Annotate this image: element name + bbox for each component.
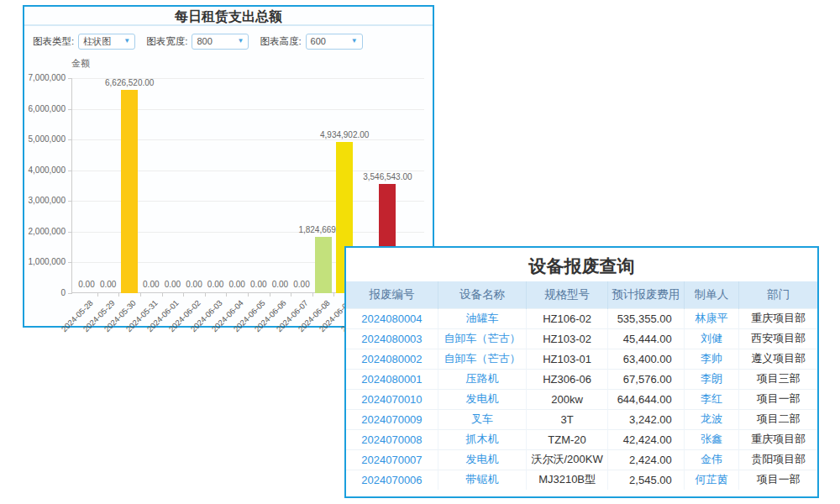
table-row: 2024080003自卸车（芒古）HZ103-0245,444.00刘健西安项目…	[346, 328, 817, 349]
scrap-id-link[interactable]: 2024070006	[346, 470, 438, 490]
spec-model-column-header: 规格型号	[527, 281, 607, 308]
spec-model-cell: 沃尔沃/200KW	[527, 449, 607, 470]
creator-link[interactable]: 李朗	[684, 369, 739, 389]
y-axis-tick	[68, 139, 72, 140]
chart-type-value: 柱状图	[83, 35, 111, 48]
chart-type-select[interactable]: 柱状图 ▼	[78, 34, 135, 50]
x-axis-tick	[140, 293, 141, 297]
estimated-cost-cell: 535,355.00	[607, 308, 684, 328]
estimated-cost-cell: 2,545.00	[607, 470, 684, 490]
estimated-cost-column-header: 预计报废费用	[607, 281, 684, 308]
chart-width-select[interactable]: 800 ▼	[192, 34, 249, 50]
y-axis-tick	[68, 201, 72, 202]
department-cell: 项目三部	[739, 369, 817, 389]
equipment-name-link[interactable]: 油罐车	[438, 308, 526, 328]
x-axis-tick	[270, 293, 270, 297]
bar-value-label: 3,546,543.00	[349, 172, 425, 181]
y-axis-tick	[68, 232, 72, 233]
equipment-name-link[interactable]: 发电机	[438, 389, 526, 409]
estimated-cost-cell: 67,576.00	[607, 369, 684, 389]
creator-link[interactable]: 何芷茵	[684, 470, 739, 490]
scrap-id-link[interactable]: 2024070010	[346, 389, 438, 409]
x-axis-tick	[312, 293, 313, 297]
estimated-cost-cell: 42,424.00	[607, 429, 684, 449]
scrap-id-link[interactable]: 2024070008	[346, 429, 438, 449]
department-cell: 贵阳项目部	[739, 449, 817, 470]
equipment-name-link[interactable]: 叉车	[438, 409, 526, 429]
estimated-cost-cell: 2,424.00	[607, 449, 684, 470]
x-axis-tick	[333, 293, 334, 297]
x-axis-tick	[118, 293, 119, 297]
chevron-down-icon: ▼	[237, 38, 244, 45]
creator-link[interactable]: 李红	[684, 389, 739, 409]
table-panel-title: 设备报废查询	[346, 248, 817, 281]
equipment-name-column-header: 设备名称	[438, 281, 526, 308]
scrap-id-link[interactable]: 2024080002	[346, 349, 438, 369]
chart-type-label: 图表类型:	[33, 35, 74, 48]
table-row: 2024080004油罐车HZ106-02535,355.00林康平重庆项目部	[346, 308, 817, 328]
chart-type-group: 图表类型: 柱状图 ▼	[33, 34, 135, 50]
y-axis-tick-label: 4,000,000	[13, 165, 66, 175]
equipment-name-link[interactable]: 抓木机	[438, 429, 526, 449]
creator-link[interactable]: 龙波	[684, 409, 739, 429]
x-axis-tick	[205, 293, 206, 297]
table-row: 2024080002自卸车（芒古）HZ103-0163,400.00李帅遵义项目…	[346, 349, 817, 369]
chart-width-group: 图表宽度: 800 ▼	[146, 34, 249, 50]
bar-value-label: 6,626,520.00	[92, 78, 167, 87]
estimated-cost-cell: 3,242.00	[607, 409, 684, 429]
x-axis-tick	[183, 293, 184, 297]
spec-model-cell: 3T	[527, 409, 607, 429]
creator-link[interactable]: 林康平	[684, 308, 739, 328]
chart-height-select[interactable]: 600 ▼	[306, 34, 363, 50]
y-axis-tick-label: 7,000,000	[13, 73, 66, 82]
equipment-name-link[interactable]: 发电机	[438, 449, 526, 470]
equipment-scrap-query-panel: 设备报废查询 报废编号设备名称规格型号预计报废费用制单人部门 202408000…	[344, 246, 819, 498]
table-row: 2024080001压路机HZ306-0667,576.00李朗项目三部	[346, 369, 817, 389]
department-cell: 项目二部	[739, 409, 817, 429]
spec-model-cell: HZ106-02	[527, 308, 607, 328]
equipment-name-link[interactable]: 带锯机	[438, 470, 526, 490]
x-axis-tick	[248, 293, 249, 297]
equipment-name-link[interactable]: 自卸车（芒古）	[438, 328, 526, 349]
chevron-down-icon: ▼	[123, 38, 130, 45]
spec-model-cell: MJ3210B型	[527, 470, 607, 490]
table-header-row: 报废编号设备名称规格型号预计报废费用制单人部门	[346, 281, 817, 308]
estimated-cost-cell: 45,444.00	[607, 328, 684, 349]
table-row: 2024070010发电机200kw644,644.00李红项目一部	[346, 389, 817, 409]
y-axis-tick	[68, 109, 72, 110]
spec-model-cell: HZ103-02	[527, 328, 607, 349]
y-axis-tick-label: 0	[13, 288, 66, 297]
chart-height-value: 600	[311, 36, 326, 46]
scrap-id-link[interactable]: 2024080004	[346, 308, 438, 328]
y-axis-title: 金额	[71, 57, 90, 70]
x-axis-tick	[162, 293, 163, 297]
scrap-id-link[interactable]: 2024080003	[346, 328, 438, 349]
department-cell: 项目一部	[739, 389, 817, 409]
creator-column-header: 制单人	[684, 281, 739, 308]
chart-width-label: 图表宽度:	[146, 35, 187, 48]
department-cell: 重庆项目部	[739, 308, 817, 328]
creator-link[interactable]: 李帅	[684, 349, 739, 369]
creator-link[interactable]: 金伟	[684, 449, 739, 470]
estimated-cost-cell: 63,400.00	[607, 349, 684, 369]
y-axis-tick-label: 6,000,000	[13, 104, 66, 113]
department-cell: 遵义项目部	[739, 349, 817, 369]
table-row: 2024070009叉车3T3,242.00龙波项目二部	[346, 409, 817, 429]
equipment-name-link[interactable]: 自卸车（芒古）	[438, 349, 526, 369]
scrap-id-link[interactable]: 2024070009	[346, 409, 438, 429]
chart-height-group: 图表高度: 600 ▼	[260, 34, 362, 50]
y-axis-tick-label: 3,000,000	[13, 196, 66, 205]
equipment-name-link[interactable]: 压路机	[438, 369, 526, 389]
scrap-id-link[interactable]: 2024080001	[346, 369, 438, 389]
x-axis-tick	[226, 293, 227, 297]
y-axis-tick	[68, 293, 72, 294]
chevron-down-icon: ▼	[351, 38, 358, 45]
scrap-id-column-header: 报废编号	[346, 281, 438, 308]
app-background: 每日租赁支出总额 图表类型: 柱状图 ▼ 图表宽度: 800 ▼ 图表高度: 6	[0, 0, 840, 504]
chart-panel-title: 每日租赁支出总额	[24, 7, 433, 26]
bar-2024-05-30	[121, 90, 138, 293]
x-axis-tick	[291, 293, 291, 297]
scrap-id-link[interactable]: 2024070007	[346, 449, 438, 470]
creator-link[interactable]: 刘健	[684, 328, 739, 349]
creator-link[interactable]: 张鑫	[684, 429, 739, 449]
